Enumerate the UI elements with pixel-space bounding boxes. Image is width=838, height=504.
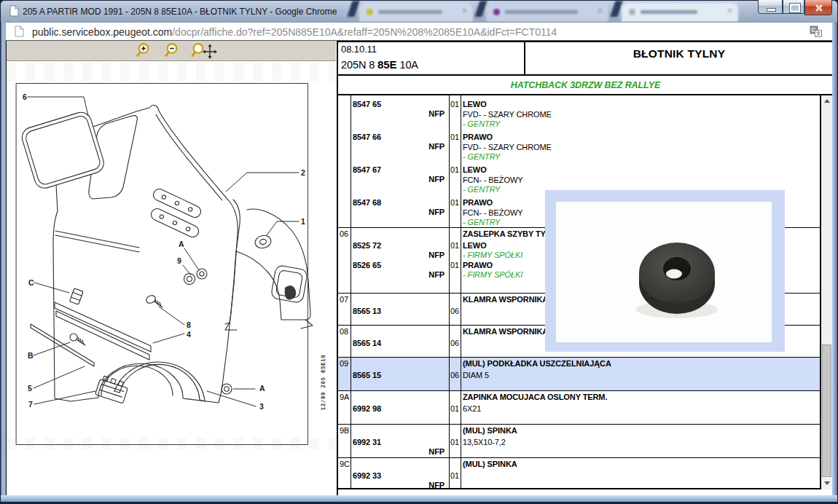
part-desc-line: FVD- - SZARY CHROME — [463, 110, 552, 119]
part-desc-line: FCN- - BEŻOWY — [463, 176, 522, 184]
part-entry: 6992 3301NFP — [338, 470, 820, 490]
part-qty: 01 — [449, 241, 461, 250]
parts-row-index: 9B — [340, 426, 349, 435]
part-qty: 01 — [449, 438, 461, 446]
part-number: 8547 65 — [353, 100, 381, 109]
part-nfp: NFP — [351, 481, 445, 489]
part-number: 6992 98 — [353, 404, 381, 413]
close-button[interactable] — [804, 0, 832, 15]
diagram-arch-finisher — [114, 362, 205, 401]
catalog-date: 08.10.11 — [341, 44, 524, 55]
part-desc-line: 13,5X10-7,2 — [463, 438, 506, 446]
background-tab: × — [486, 3, 608, 22]
parts-group-row[interactable]: 09(MUL) PODKŁADKA USZCZELNIAJĄCA8565 150… — [338, 357, 820, 390]
table-scrollbar[interactable] — [821, 95, 833, 489]
browser-window: × × × 205 A PARTIR MOD 1991 - 205N 8 85E… — [0, 0, 838, 504]
part-entry: 6992 3101NFP13,5X10-7,2 — [338, 436, 820, 458]
part-number: 8547 67 — [353, 165, 381, 174]
tab-close-icon: × — [727, 6, 732, 16]
parts-row-description: KLAMRA WSPORNIKA — [463, 295, 548, 304]
title-bar[interactable]: × × × 205 A PARTIR MOD 1991 - 205N 8 85E… — [1, 1, 837, 23]
part-desc-line: 6X21 — [463, 404, 481, 413]
tab-favicon — [629, 9, 635, 15]
tab-title-blur — [505, 10, 578, 14]
tab-favicon — [367, 9, 373, 15]
part-desc-line: - GENTRY — [463, 218, 500, 227]
parts-row-description: (MUL) PODKŁADKA USZCZELNIAJĄCA — [463, 359, 611, 368]
url-text[interactable]: public.servicebox.peugeot.com/docpr/affi… — [32, 26, 557, 38]
window-page-icon — [9, 5, 19, 17]
scrollbar-thumb[interactable] — [822, 344, 831, 477]
tab-title-blur — [641, 10, 697, 14]
page-title: BŁOTNIK TYLNY — [525, 42, 833, 74]
diagram-callout-C: C — [28, 278, 34, 287]
variant-row: HATCHBACK 3DRZW BEZ RALLYE — [338, 76, 833, 95]
parts-row-description: KLAMRA WSPORNIKA — [463, 327, 548, 336]
part-desc-line: PRAWO — [463, 198, 493, 207]
rubber-washer-photo — [556, 202, 772, 342]
tab-title-blur — [378, 10, 442, 14]
part-qty: 01 — [449, 100, 461, 109]
zoom-pan-icon[interactable] — [191, 42, 217, 59]
exploded-parts-diagram: 621A9C84B573A 12/89 205 85E10 — [7, 62, 336, 495]
part-number: 8547 68 — [353, 198, 381, 207]
part-qty: 01 — [449, 261, 461, 269]
scroll-down-icon[interactable] — [821, 478, 833, 489]
part-desc-line: PRAWO — [463, 261, 493, 269]
tab-close-icon: × — [462, 6, 467, 16]
scroll-up-icon[interactable] — [821, 95, 833, 107]
diagram-canvas[interactable]: 621A9C84B573A 12/89 205 85E10 — [7, 62, 336, 495]
parts-header-ref-cell: 08.10.11 205N 8 85E 10A — [338, 42, 525, 74]
part-nfp: NFP — [351, 175, 445, 184]
minimize-icon — [767, 8, 776, 12]
url-path: /docpr/affiche.do?ref=205N885E10A&refaff… — [172, 26, 557, 38]
parts-header: 08.10.11 205N 8 85E 10A BŁOTNIK TYLNY — [338, 42, 833, 76]
part-qty: 01 — [449, 165, 461, 174]
tab-close-icon: × — [598, 6, 603, 16]
diagram-callout-9: 9 — [177, 256, 181, 265]
parts-group-row[interactable]: 9B(MUL) SPINKA6992 3101NFP13,5X10-7,2 — [338, 424, 820, 457]
background-tab: × — [622, 3, 738, 22]
close-icon — [815, 4, 823, 12]
part-qty: 01 — [449, 471, 461, 480]
parts-row-index: 9A — [340, 393, 349, 401]
background-tab-notch — [474, 1, 487, 17]
address-bar[interactable]: public.servicebox.peugeot.com/docpr/affi… — [6, 22, 832, 41]
parts-group-row[interactable]: 9AZAPINKA MOCUJACA OSLONY TERM.6992 9801… — [338, 390, 820, 424]
zoom-in-icon[interactable] — [134, 42, 154, 59]
part-number: 8565 15 — [353, 371, 381, 379]
part-entry: 6992 98016X21 — [338, 403, 820, 425]
zoom-out-icon[interactable] — [162, 42, 182, 59]
part-number: 8547 66 — [353, 133, 381, 141]
diagram-clip — [69, 288, 83, 304]
part-desc-line: - GENTRY — [463, 119, 500, 128]
part-qty: 01 — [449, 198, 461, 207]
part-number: 6992 31 — [353, 438, 381, 446]
parts-row-index: 09 — [340, 359, 348, 368]
diagram-clip-bracket — [95, 375, 130, 403]
google-translate-icon[interactable]: G — [810, 25, 822, 38]
minimize-button[interactable] — [758, 0, 783, 14]
diagram-callout-2: 2 — [301, 168, 305, 177]
part-desc-line: LEWO — [463, 100, 487, 109]
parts-row-index: 9C — [340, 460, 350, 468]
part-nfp: NFP — [351, 109, 445, 118]
part-photo-popup[interactable] — [545, 190, 785, 352]
part-nfp: NFP — [351, 447, 445, 456]
part-number: 8565 13 — [353, 307, 381, 315]
url-host: public.servicebox.peugeot.com — [32, 26, 172, 38]
part-qty: 06 — [449, 307, 461, 315]
window-border-right — [832, 22, 837, 495]
part-number: 6992 33 — [353, 471, 381, 480]
part-number: 8565 14 — [353, 339, 381, 347]
maximize-button[interactable] — [783, 0, 804, 14]
diagram-callout-A: A — [259, 384, 265, 393]
parts-group-row[interactable]: 9C(MUL) SPINKA6992 3301NFP — [338, 457, 820, 488]
diagram-callout-1: 1 — [301, 217, 305, 226]
diagram-callout-6: 6 — [23, 92, 27, 101]
diagram-callout-A: A — [179, 240, 184, 248]
parts-row-index: 07 — [340, 295, 348, 304]
part-entry: 8547 6601NFPPRAWOFVD- - SZARY CHROME- GE… — [338, 131, 820, 164]
diagram-mounting-plates — [149, 187, 203, 239]
window-title: 205 A PARTIR MOD 1991 - 205N 8 85E10A - … — [23, 7, 337, 17]
